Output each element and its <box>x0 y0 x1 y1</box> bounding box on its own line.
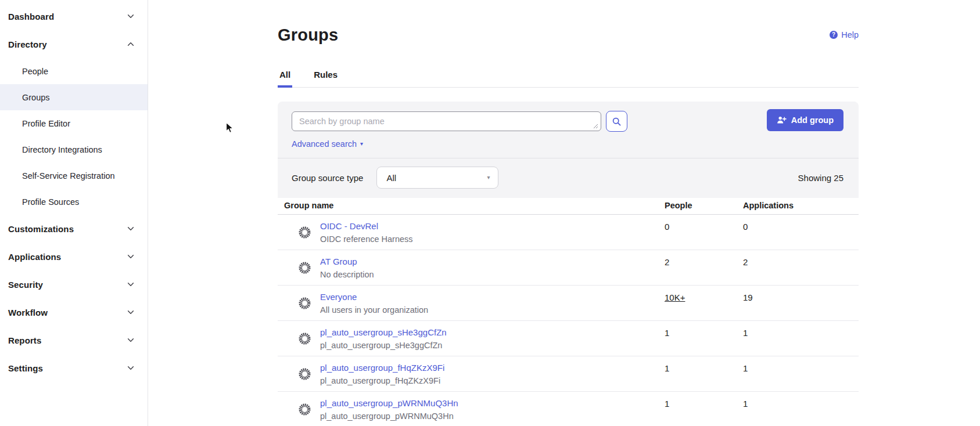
group-name-link[interactable]: OIDC - DevRel <box>320 221 378 231</box>
chevron-down-icon <box>127 336 135 344</box>
group-gear-burst-icon <box>298 261 311 275</box>
search-input[interactable]: Search by group name <box>292 111 601 131</box>
group-name-link[interactable]: AT Group <box>320 257 357 266</box>
group-gear-burst-icon <box>298 367 311 381</box>
search-filter-card: Search by group name Advanced search <box>278 102 859 198</box>
group-gear-burst-icon <box>298 332 311 345</box>
chevron-down-icon <box>127 280 135 288</box>
sidebar-item-profile-sources[interactable]: Profile Sources <box>0 189 148 215</box>
tab-all[interactable]: All <box>278 70 292 87</box>
people-count: 2 <box>665 250 743 267</box>
chevron-down-icon <box>127 40 135 48</box>
table-header: Group name People Applications <box>278 198 859 215</box>
sidebar-section-label: Workflow <box>8 308 48 317</box>
applications-count: 2 <box>743 250 859 267</box>
chevron-down-icon <box>127 364 135 372</box>
sidebar-section-label: Security <box>8 280 43 290</box>
search-section: Search by group name Advanced search <box>278 102 859 158</box>
sidebar-section-label: Directory <box>8 39 47 49</box>
group-name-link[interactable]: Everyone <box>320 292 357 302</box>
sidebar-section-label: Customizations <box>8 224 74 234</box>
search-button[interactable] <box>606 111 627 132</box>
people-count: 1 <box>665 392 743 409</box>
column-group-name: Group name <box>278 201 665 210</box>
table-row: pl_auto_usergroup_sHe3ggCfZn pl_auto_use… <box>278 321 859 356</box>
group-description: OIDC reference Harness <box>320 234 413 244</box>
sidebar-item-people[interactable]: People <box>0 58 148 84</box>
table-body: OIDC - DevRel OIDC reference Harness 0 0… <box>278 215 859 426</box>
applications-count: 19 <box>743 286 859 302</box>
sidebar-item-profile-editor[interactable]: Profile Editor <box>0 110 148 136</box>
sidebar-item-groups[interactable]: Groups <box>0 84 148 110</box>
applications-count: 1 <box>743 356 859 373</box>
question-mark-icon: ? <box>830 31 838 39</box>
chevron-down-icon <box>127 252 135 261</box>
tab-bar: All Rules <box>278 70 859 88</box>
sidebar-section-applications[interactable]: Applications <box>0 243 148 270</box>
add-group-icon <box>777 115 787 125</box>
sidebar-nav: Dashboard Directory People Groups Profil… <box>0 0 148 426</box>
sidebar-section-directory[interactable]: Directory <box>0 30 148 58</box>
group-gear-burst-icon <box>298 297 311 310</box>
help-link[interactable]: ? Help <box>830 30 859 39</box>
dropdown-selected-value: All <box>386 173 396 183</box>
people-count: 1 <box>665 356 743 373</box>
group-name-link[interactable]: pl_auto_usergroup_sHe3ggCfZn <box>320 327 447 337</box>
sidebar-section-security[interactable]: Security <box>0 270 148 298</box>
group-description: pl_auto_usergroup_fHqZKzX9Fi <box>320 376 444 385</box>
group-name-link[interactable]: pl_auto_usergroup_pWRNMuQ3Hn <box>320 398 458 408</box>
sidebar-section-settings[interactable]: Settings <box>0 354 148 382</box>
search-icon <box>612 117 622 127</box>
group-gear-burst-icon <box>298 403 311 416</box>
group-description: pl_auto_usergroup_sHe3ggCfZn <box>320 341 447 350</box>
people-count[interactable]: 10K+ <box>665 286 685 302</box>
sidebar-section-dashboard[interactable]: Dashboard <box>0 2 148 30</box>
caret-down-icon: ▾ <box>487 175 490 180</box>
sidebar-section-label: Dashboard <box>8 12 54 21</box>
search-placeholder: Search by group name <box>299 117 595 126</box>
table-row: Everyone All users in your organization … <box>278 286 859 321</box>
help-label: Help <box>841 30 859 39</box>
sidebar-section-label: Applications <box>8 252 61 262</box>
page-title: Groups <box>278 24 338 45</box>
group-description: pl_auto_usergroup_pWRNMuQ3Hn <box>320 411 458 421</box>
sidebar-section-customizations[interactable]: Customizations <box>0 215 148 243</box>
group-source-type-label: Group source type <box>292 173 363 183</box>
applications-count: 1 <box>743 321 859 338</box>
add-group-button[interactable]: Add group <box>767 109 843 131</box>
table-row: pl_auto_usergroup_fHqZKzX9Fi pl_auto_use… <box>278 356 859 392</box>
chevron-down-icon <box>127 225 135 233</box>
sidebar-section-reports[interactable]: Reports <box>0 326 148 354</box>
table-row: AT Group No description 2 2 <box>278 250 859 286</box>
group-gear-burst-icon <box>298 226 311 239</box>
filter-section: Group source type All ▾ Showing 25 <box>278 158 859 198</box>
page-header: Groups ? Help <box>278 0 859 45</box>
people-count: 1 <box>665 321 743 338</box>
applications-count: 1 <box>743 392 859 409</box>
group-name-link[interactable]: pl_auto_usergroup_fHqZKzX9Fi <box>320 363 444 373</box>
sidebar-item-directory-integrations[interactable]: Directory Integrations <box>0 136 148 163</box>
table-row: pl_auto_usergroup_pWRNMuQ3Hn pl_auto_use… <box>278 392 859 426</box>
table-row: OIDC - DevRel OIDC reference Harness 0 0 <box>278 215 859 250</box>
resize-grip-icon[interactable] <box>593 124 598 129</box>
chevron-down-icon <box>127 12 135 20</box>
advanced-search-link[interactable]: Advanced search ▾ <box>292 139 363 149</box>
column-people: People <box>665 201 743 210</box>
tab-rules[interactable]: Rules <box>312 70 339 87</box>
column-applications: Applications <box>743 201 859 210</box>
sidebar-section-label: Reports <box>8 335 41 345</box>
sidebar-section-workflow[interactable]: Workflow <box>0 298 148 326</box>
people-count: 0 <box>665 215 743 232</box>
applications-count: 0 <box>743 215 859 232</box>
group-source-type-dropdown[interactable]: All ▾ <box>376 167 498 189</box>
chevron-down-icon <box>127 308 135 316</box>
sidebar-section-label: Settings <box>8 363 43 373</box>
groups-table: Group name People Applications OIDC - De… <box>278 198 859 426</box>
group-description: All users in your organization <box>320 305 428 315</box>
showing-count: Showing 25 <box>798 173 843 183</box>
caret-down-icon: ▾ <box>360 141 363 147</box>
main-area: Groups ? Help All Rules Search by group … <box>148 0 980 426</box>
sidebar-item-self-service-registration[interactable]: Self-Service Registration <box>0 163 148 189</box>
group-description: No description <box>320 270 374 279</box>
